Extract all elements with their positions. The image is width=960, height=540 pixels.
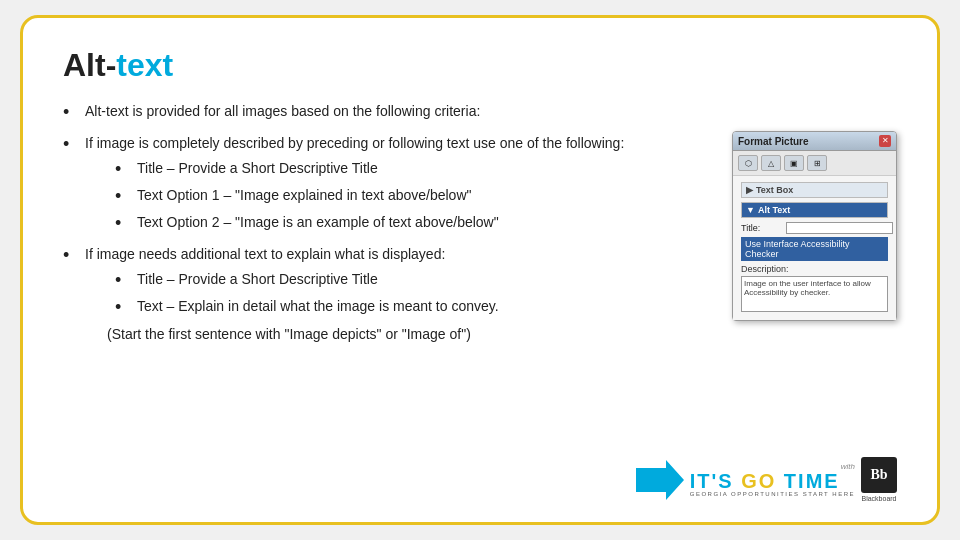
bullet-1-dot: •	[63, 101, 77, 124]
sub-4-dot: •	[115, 269, 129, 292]
dialog-titlebar: Format Picture ✕	[733, 132, 896, 151]
bullet-3-dot: •	[63, 244, 77, 267]
bullet-3-text: If image needs additional text to explai…	[85, 246, 445, 262]
alt-text-section: ▼ Alt Text	[741, 202, 888, 218]
bullet-1-text: Alt-text is provided for all images base…	[85, 101, 897, 122]
dialog-toolbar: ⬡ △ ▣ ⊞	[733, 151, 896, 176]
blackboard-logo-area: Bb Blackboard	[861, 457, 897, 502]
dialog-icon-4[interactable]: ⊞	[807, 155, 827, 171]
footer-logo: with IT'S GO TIME GEORGIA OPPORTUNITIES …	[636, 457, 897, 502]
bb-logo: Bb	[861, 457, 897, 493]
extra-text: (Start the first sentence with "Image de…	[107, 324, 897, 345]
text-box-section: ▶ Text Box	[741, 182, 888, 198]
svg-marker-0	[636, 460, 684, 500]
sub-2-dot: •	[115, 185, 129, 208]
time-text: TIME	[784, 470, 840, 492]
bullet-1: • Alt-text is provided for all images ba…	[63, 101, 897, 124]
text-box-arrow: ▶	[746, 185, 753, 195]
go-text: GO	[741, 470, 784, 492]
go-time-arrow	[636, 460, 684, 500]
slide: Alt-text • Alt-text is provided for all …	[20, 15, 940, 525]
title-row: Title:	[741, 222, 888, 234]
dialog-body: ▶ Text Box ▼ Alt Text Title: Use Interfa…	[733, 176, 896, 320]
sub-1-dot: •	[115, 158, 129, 181]
bullet-2-dot: •	[63, 133, 77, 156]
sub-3-dot: •	[115, 212, 129, 235]
description-label: Description:	[741, 264, 888, 274]
dialog-icon-1[interactable]: ⬡	[738, 155, 758, 171]
sub-5-dot: •	[115, 296, 129, 319]
slide-title: Alt-text	[63, 48, 897, 83]
format-picture-dialog: Format Picture ✕ ⬡ △ ▣ ⊞ ▶ Text Box ▼ Al…	[732, 131, 897, 321]
logo-text-area: with IT'S GO TIME GEORGIA OPPORTUNITIES …	[690, 462, 855, 497]
bullet-2-text: If image is completely described by prec…	[85, 135, 624, 151]
text-box-label: Text Box	[756, 185, 793, 195]
dialog-icon-2[interactable]: △	[761, 155, 781, 171]
dialog-title: Format Picture	[738, 136, 809, 147]
accessibility-row: Use Interface Accessibility Checker	[741, 237, 888, 261]
dialog-icon-3[interactable]: ▣	[784, 155, 804, 171]
dialog-close-button[interactable]: ✕	[879, 135, 891, 147]
subtitle-text: GEORGIA OPPORTUNITIES START HERE	[690, 491, 855, 497]
title-input[interactable]	[786, 222, 893, 234]
title-prefix: Alt-	[63, 47, 116, 83]
title-field-label: Title:	[741, 223, 786, 233]
footer: with IT'S GO TIME GEORGIA OPPORTUNITIES …	[63, 457, 897, 502]
its-text: IT'S	[690, 470, 741, 492]
content-area: • Alt-text is provided for all images ba…	[63, 101, 897, 451]
its-go-time-text: IT'S GO TIME	[690, 471, 855, 491]
alt-text-label: Alt Text	[758, 205, 790, 215]
alt-text-arrow: ▼	[746, 205, 755, 215]
description-textarea[interactable]: Image on the user interface to allow Acc…	[741, 276, 888, 312]
blackboard-text: Blackboard	[861, 495, 896, 502]
title-accent: text	[116, 47, 173, 83]
